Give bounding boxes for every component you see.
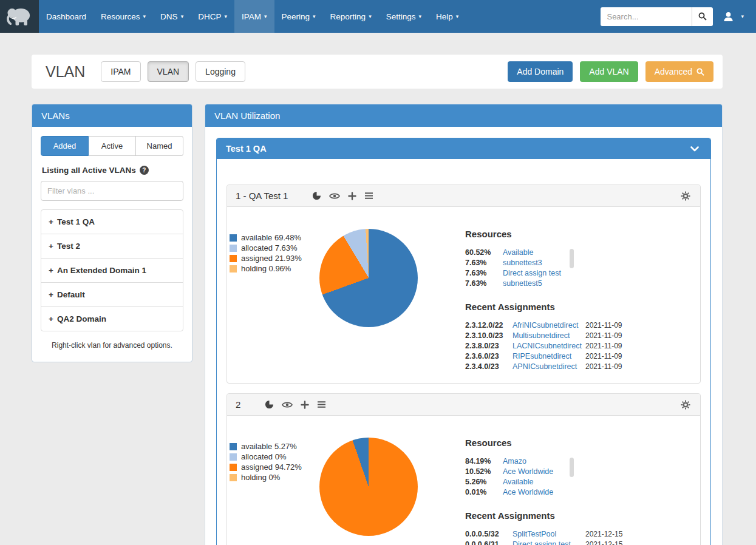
view-button-vlan[interactable]: VLAN xyxy=(148,61,189,82)
resource-link[interactable]: Amazo xyxy=(503,456,593,466)
view-button-ipam[interactable]: IPAM xyxy=(101,61,140,82)
resource-link[interactable]: Ace Worldwide xyxy=(503,467,593,476)
chevron-down-icon: ▾ xyxy=(224,13,227,19)
vlan-list-item[interactable]: +QA2 Domain xyxy=(41,307,183,331)
vlan-list-item[interactable]: +Test 2 xyxy=(41,234,183,259)
domain-panel-header[interactable]: Test 1 QA xyxy=(217,138,710,159)
assignment-link[interactable]: Multisubnetdirect xyxy=(513,331,585,340)
provision-logo[interactable] xyxy=(0,0,39,33)
resources-heading: Resources xyxy=(465,438,686,448)
chevron-down-icon: ▾ xyxy=(313,13,316,19)
nav-item-help[interactable]: Help▾ xyxy=(429,0,466,33)
filter-vlans-input[interactable] xyxy=(41,181,183,201)
legend-entry: allocated 0% xyxy=(230,453,319,461)
utilization-card: 2 available 5.27%allocated 0%assigned 94… xyxy=(226,393,701,545)
assignment-row: 2.3.6.0/23RIPEsubnetdirect2021-11-09 xyxy=(465,351,686,361)
resource-link[interactable]: subnettest3 xyxy=(503,258,593,268)
user-menu[interactable]: ▾ xyxy=(713,11,751,22)
plus-icon[interactable] xyxy=(301,401,309,409)
assignment-link[interactable]: RIPEsubnetdirect xyxy=(513,351,585,361)
assignment-cidr: 2.3.6.0/23 xyxy=(465,351,513,361)
nav-item-resources[interactable]: Resources▾ xyxy=(94,0,153,33)
help-icon[interactable]: ? xyxy=(140,166,149,175)
domain-panel-title: Test 1 QA xyxy=(226,144,267,154)
assignment-date: 2021-12-15 xyxy=(585,540,686,545)
collapse-chevron-icon[interactable] xyxy=(690,146,701,152)
assignment-link[interactable]: APNICsubnetdirect xyxy=(513,362,585,371)
nav-item-dns[interactable]: DNS▾ xyxy=(153,0,191,33)
assignment-date: 2021-11-09 xyxy=(585,351,686,361)
resource-pct: 7.63% xyxy=(465,268,503,278)
scrollbar-thumb[interactable] xyxy=(570,249,574,268)
vlans-panel: VLANs AddedActiveNamed Listing all Activ… xyxy=(32,104,192,362)
nav-item-reporting[interactable]: Reporting▾ xyxy=(323,0,379,33)
assignment-link[interactable]: SplitTestPool xyxy=(513,529,585,539)
gear-icon[interactable] xyxy=(681,191,690,201)
view-button-logging[interactable]: Logging xyxy=(196,61,245,82)
nav-item-settings[interactable]: Settings▾ xyxy=(379,0,429,33)
gear-icon[interactable] xyxy=(681,400,690,410)
vlan-list-item[interactable]: +Test 1 QA xyxy=(41,210,183,234)
vlan-list-item[interactable]: +An Extended Domain 1 xyxy=(41,259,183,283)
list-icon[interactable] xyxy=(364,192,373,200)
content-columns: VLANs AddedActiveNamed Listing all Activ… xyxy=(32,104,723,545)
assignment-link[interactable]: LACNICsubnetdirect xyxy=(513,341,585,351)
legend-swatch xyxy=(230,453,237,461)
card-title: 2 xyxy=(236,399,240,410)
resource-link[interactable]: Ace Worldwide xyxy=(503,487,593,497)
expand-icon[interactable]: + xyxy=(49,242,53,251)
expand-icon[interactable]: + xyxy=(49,290,53,299)
legend-entry: allocated 7.63% xyxy=(230,244,319,252)
nav-item-dashboard[interactable]: Dashboard xyxy=(39,0,94,33)
tab-active[interactable]: Active xyxy=(89,136,136,156)
nav-item-ipam[interactable]: IPAM▾ xyxy=(234,0,274,33)
search-input[interactable] xyxy=(601,7,692,26)
action-button-add-vlan[interactable]: Add VLAN xyxy=(580,61,638,82)
scrollbar-thumb[interactable] xyxy=(570,458,574,477)
vlan-utilization-panel: VLAN Utilization Test 1 QA 1 - QA Test 1 xyxy=(205,104,723,545)
nav-item-dhcp[interactable]: DHCP▾ xyxy=(191,0,234,33)
eye-icon[interactable] xyxy=(282,401,293,408)
pie-chart xyxy=(319,229,418,327)
assignments-heading: Recent Assignments xyxy=(465,510,686,521)
expand-icon[interactable]: + xyxy=(49,266,53,275)
chevron-down-icon: ▾ xyxy=(181,13,184,19)
resource-link[interactable]: Available xyxy=(503,248,593,257)
listing-label: Listing all Active VLANs ? xyxy=(42,166,182,175)
navbar-right: ▾ xyxy=(601,0,756,33)
expand-icon[interactable]: + xyxy=(49,314,53,323)
eye-icon[interactable] xyxy=(329,192,340,200)
assignment-link[interactable]: AfriNICsubnetdirect xyxy=(513,320,585,330)
legend-label: available 69.48% xyxy=(241,234,301,242)
assignments-list: 0.0.0.5/32SplitTestPool2021-12-150.0.0.6… xyxy=(465,529,686,545)
legend-swatch xyxy=(230,234,237,242)
tab-added[interactable]: Added xyxy=(41,136,89,156)
nav-item-peering[interactable]: Peering▾ xyxy=(274,0,323,33)
search-button[interactable] xyxy=(692,7,713,26)
legend-label: assigned 94.72% xyxy=(241,463,302,471)
page-title: VLAN xyxy=(46,63,85,81)
action-button-advanced[interactable]: Advanced xyxy=(645,61,713,82)
pie-chart-icon[interactable] xyxy=(312,191,321,200)
resource-pct: 60.52% xyxy=(465,248,503,257)
action-button-add-domain[interactable]: Add Domain xyxy=(508,61,573,82)
resource-link[interactable]: Direct assign test xyxy=(503,268,593,278)
page-content: VLAN IPAMVLANLogging Add DomainAdd VLANA… xyxy=(0,55,756,545)
resource-link[interactable]: subnettest5 xyxy=(503,279,593,288)
sidebar-footnote: Right-click vlan for advanced options. xyxy=(41,341,183,350)
assignment-link[interactable]: Direct assign test xyxy=(513,540,585,545)
utilization-card: 1 - QA Test 1 available 69.48%allocated … xyxy=(226,184,701,384)
resource-link[interactable]: Available xyxy=(503,477,593,487)
plus-icon[interactable] xyxy=(348,192,356,200)
vlan-list-item[interactable]: +Default xyxy=(41,283,183,307)
tab-named[interactable]: Named xyxy=(136,136,183,156)
expand-icon[interactable]: + xyxy=(49,217,53,226)
pie-chart-icon[interactable] xyxy=(265,400,274,409)
legend-swatch xyxy=(230,245,237,252)
chevron-down-icon: ▾ xyxy=(741,13,744,19)
card-header: 2 xyxy=(227,394,700,416)
search-icon xyxy=(698,12,707,21)
legend-entry: holding 0% xyxy=(230,473,319,481)
legend-swatch xyxy=(230,464,237,471)
list-icon[interactable] xyxy=(317,401,326,408)
